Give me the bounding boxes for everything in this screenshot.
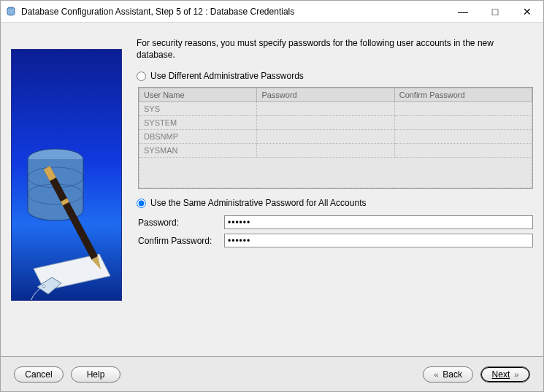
window-buttons: — □ ✕	[447, 1, 543, 22]
option-different-row: Use Different Administrative Passwords	[137, 71, 533, 81]
back-button[interactable]: « Back	[423, 366, 473, 383]
content-area: For security reasons, you must specify p…	[1, 23, 543, 356]
user-password-table: User Name Password Confirm Password SYS	[138, 87, 533, 189]
main-panel: For security reasons, you must specify p…	[137, 36, 533, 350]
wizard-side-image	[11, 49, 122, 301]
cell-confirm[interactable]	[394, 116, 532, 130]
help-button[interactable]: Help	[71, 366, 120, 383]
cell-confirm[interactable]	[394, 102, 532, 116]
next-button-label: Next	[492, 369, 510, 380]
cell-password[interactable]	[257, 144, 394, 158]
cell-password[interactable]	[257, 116, 394, 130]
table-row: SYSMAN	[139, 144, 532, 158]
password-input[interactable]	[224, 215, 533, 229]
cell-user: SYS	[139, 102, 257, 116]
cell-confirm[interactable]	[394, 130, 532, 144]
cell-user: SYSMAN	[139, 144, 257, 158]
app-icon	[5, 6, 17, 18]
help-button-label: Help	[87, 369, 105, 380]
confirm-password-input[interactable]	[224, 234, 533, 247]
cancel-button-label: Cancel	[25, 369, 52, 380]
table-row: SYS	[139, 102, 532, 116]
option-same-row: Use the Same Administrative Password for…	[137, 198, 533, 208]
radio-different-passwords[interactable]	[137, 72, 146, 81]
instruction-text: For security reasons, you must specify p…	[137, 37, 533, 61]
cell-confirm[interactable]	[394, 144, 532, 158]
cell-user: DBSNMP	[139, 130, 257, 144]
password-label: Password:	[138, 218, 224, 228]
col-header-password: Password	[257, 88, 394, 102]
minimize-button[interactable]: —	[447, 1, 479, 22]
back-button-label: Back	[443, 369, 462, 380]
cancel-button[interactable]: Cancel	[14, 366, 64, 383]
footer-bar: Cancel Help « Back Next »	[1, 356, 543, 391]
same-password-block: Password: Confirm Password:	[138, 211, 533, 252]
cell-password[interactable]	[257, 102, 394, 116]
titlebar: Database Configuration Assistant, Step 5…	[1, 1, 543, 23]
confirm-password-row: Confirm Password:	[138, 234, 533, 247]
next-button[interactable]: Next »	[480, 366, 530, 383]
chevron-right-icon: »	[514, 370, 518, 379]
maximize-button[interactable]: □	[479, 1, 511, 22]
table-filler	[139, 158, 532, 188]
close-button[interactable]: ✕	[511, 1, 543, 22]
chevron-left-icon: «	[434, 370, 438, 379]
wizard-window: Database Configuration Assistant, Step 5…	[0, 0, 544, 392]
window-title: Database Configuration Assistant, Step 5…	[21, 7, 447, 17]
cell-password[interactable]	[257, 130, 394, 144]
col-header-confirm: Confirm Password	[394, 88, 532, 102]
radio-different-label: Use Different Administrative Passwords	[150, 71, 304, 81]
confirm-password-label: Confirm Password:	[138, 236, 224, 246]
radio-same-password[interactable]	[137, 199, 146, 208]
password-row: Password:	[138, 215, 533, 229]
col-header-user: User Name	[139, 88, 257, 102]
table-row: DBSNMP	[139, 130, 532, 144]
table-row: SYSTEM	[139, 116, 532, 130]
radio-same-label: Use the Same Administrative Password for…	[150, 198, 366, 208]
cell-user: SYSTEM	[139, 116, 257, 130]
